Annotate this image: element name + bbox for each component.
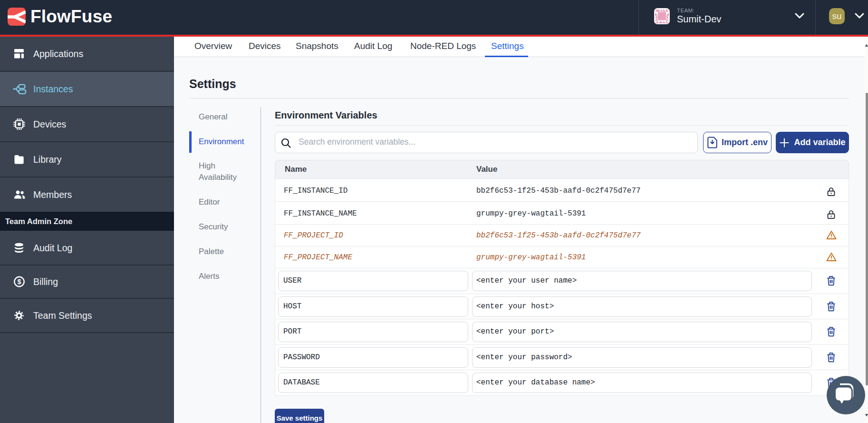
svg-text:$: $: [17, 278, 21, 285]
